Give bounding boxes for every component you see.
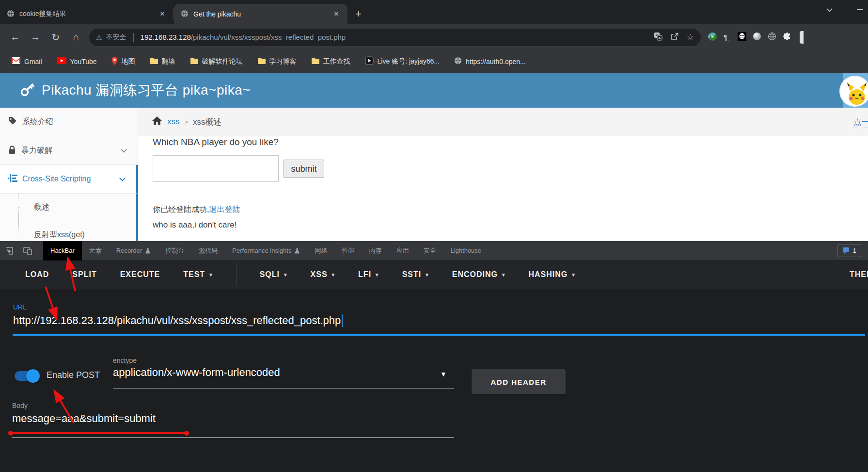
sidebar-subitem-overview[interactable]: 概述 (0, 194, 138, 221)
devtools-panel: HackBar 元素 Recorder 控制台 源代码 Performance … (0, 241, 868, 472)
sidebar-item-xss[interactable]: Cross-Site Scripting (0, 165, 138, 194)
back-button[interactable]: ← (5, 32, 25, 43)
bookmark-auth0[interactable]: https://auth0.open... (454, 57, 526, 66)
bookmark-folder-blog[interactable]: 学习博客 (257, 57, 297, 66)
bookmark-folder-fanqiang[interactable]: 翻墙 (150, 57, 175, 66)
devtools-tab-performance[interactable]: 性能 (334, 241, 362, 260)
devtools-tab-memory[interactable]: 内存 (362, 241, 389, 260)
inspect-element-icon[interactable] (0, 246, 18, 256)
devtools-tab-hackbar[interactable]: HackBar (43, 241, 82, 260)
devtools-tab-network[interactable]: 网络 (307, 241, 334, 260)
issues-counter[interactable]: 1 (837, 244, 861, 257)
close-icon[interactable]: × (158, 9, 167, 19)
devtools-tab-console[interactable]: 控制台 (158, 241, 191, 260)
flask-icon (294, 247, 300, 254)
globe-favicon-icon (181, 10, 189, 19)
enable-post-toggle[interactable] (15, 371, 38, 381)
body-field[interactable]: message=aaa&submit=submit (12, 412, 156, 425)
bookmark-youtube[interactable]: YouTube (57, 57, 97, 65)
result-text: who is aaa,i don't care! (153, 220, 237, 230)
bookmark-gmail[interactable]: Gmail (12, 57, 42, 65)
login-status-line: 你已经登陆成功,退出登陆 (153, 205, 240, 215)
url-text[interactable]: 192.168.23.128/pikachu/vul/xss/xsspost/x… (141, 33, 650, 41)
forward-button[interactable]: → (25, 32, 46, 43)
enctype-select[interactable]: application/x-www-form-urlencoded (113, 366, 280, 379)
caret-down-icon: ▾ (572, 272, 575, 278)
hackbar-hashing-menu[interactable]: HASHING▾ (528, 270, 575, 279)
extensions-puzzle-icon[interactable] (783, 32, 791, 43)
bookmark-star-icon[interactable]: ☆ (687, 32, 694, 42)
globe-grid-extension-icon[interactable] (768, 32, 776, 43)
sidebar-item-brute-force[interactable]: 暴力破解 (0, 136, 138, 165)
devtools-tab-elements[interactable]: 元素 (82, 241, 109, 260)
hackbar-ssti-menu[interactable]: SSTI▾ (402, 270, 429, 279)
hackbar-theme-menu[interactable]: THEME (850, 270, 868, 279)
sphere-extension-icon[interactable] (753, 32, 761, 43)
tab-pikachu[interactable]: Get the pikachu × (174, 4, 347, 24)
new-tab-button[interactable]: + (347, 4, 369, 24)
chevron-down-icon (119, 175, 126, 181)
sidebar-item-system-intro[interactable]: 系统介绍 (0, 108, 138, 136)
flask-icon (145, 247, 151, 254)
devtools-tab-recorder[interactable]: Recorder (109, 241, 158, 260)
hackbar-sqli-menu[interactable]: SQLI▾ (260, 270, 287, 279)
hackbar-lfi-menu[interactable]: LFI▾ (358, 270, 379, 279)
sidebar-nav: 系统介绍 暴力破解 Cross-Site Scripting 概述 反射型xss… (0, 108, 138, 241)
folder-icon (311, 57, 319, 65)
sidebar-item-label: 暴力破解 (21, 146, 117, 156)
devtools-tab-application[interactable]: 应用 (389, 241, 416, 260)
tab-label: 源代码 (199, 246, 218, 255)
menu-label: LOAD (25, 270, 49, 279)
url-host: 192.168.23.128 (141, 33, 191, 41)
pikachu-logo[interactable] (839, 76, 868, 107)
devtools-tab-lighthouse[interactable]: Lighthouse (443, 241, 489, 260)
tab-search-chevron-icon[interactable] (826, 6, 833, 12)
orange-arrow-glyph: → (725, 36, 731, 44)
globe-icon (454, 57, 462, 66)
device-toolbar-icon[interactable] (18, 246, 37, 256)
sidebar-item-label: Cross-Site Scripting (22, 175, 115, 183)
hackbar-load-button[interactable]: LOAD (25, 270, 49, 279)
hackbar-xss-menu[interactable]: XSS▾ (311, 270, 335, 279)
home-button[interactable]: ⌂ (66, 32, 86, 43)
hackbar-execute-button[interactable]: EXECUTE (120, 270, 160, 279)
devtools-tab-sources[interactable]: 源代码 (191, 241, 225, 260)
security-label[interactable]: 不安全 (106, 33, 126, 42)
pilcrow-extension-icon[interactable]: ¶→ (724, 33, 731, 41)
sidebar-subitem-label: 概述 (34, 202, 49, 212)
logout-link[interactable]: 退出登陆 (209, 205, 240, 213)
menu-label: SQLI (260, 270, 280, 279)
menu-label: TEST (183, 270, 205, 279)
tab-cookie-results[interactable]: cookie搜集结果 × (0, 4, 174, 24)
profile-avatar[interactable] (800, 31, 804, 44)
close-icon[interactable]: × (332, 9, 341, 19)
hackbar-test-menu[interactable]: TEST▾ (183, 270, 212, 279)
tab-strip: cookie搜集结果 × Get the pikachu × + (0, 0, 868, 24)
address-bar[interactable]: ⚠ 不安全 192.168.23.128/pikachu/vul/xss/xss… (89, 29, 701, 46)
share-icon[interactable] (670, 32, 679, 43)
minimize-icon[interactable] (857, 9, 863, 10)
idm-extension-icon[interactable] (708, 32, 717, 43)
bookmark-folder-forum[interactable]: 破解软件论坛 (190, 57, 243, 66)
devtools-tab-performance-insights[interactable]: Performance insights (225, 241, 307, 260)
add-header-button[interactable]: ADD HEADER (472, 369, 566, 394)
reload-button[interactable]: ↻ (46, 32, 66, 43)
bookmark-folder-jobs[interactable]: 工作查找 (311, 57, 350, 66)
url-field[interactable]: http://192.168.23.128/pikachu/vul/xss/xs… (13, 314, 343, 327)
message-input[interactable] (153, 155, 279, 182)
bookmark-maps[interactable]: 地图 (111, 57, 135, 66)
key-icon (20, 82, 35, 98)
url-path: /pikachu/vul/xss/xsspost/xss_reflected_p… (191, 33, 346, 41)
breadcrumb-link-xss[interactable]: xss (167, 117, 180, 127)
translate-icon[interactable] (654, 32, 663, 43)
omnibox-divider (133, 33, 134, 42)
hackbar-encoding-menu[interactable]: ENCODING▾ (452, 270, 505, 279)
question-text: Which NBA player do you like? (153, 137, 279, 147)
hackbar-split-button[interactable]: SPLIT (72, 270, 96, 279)
anonymous-mask-extension-icon[interactable] (738, 32, 746, 43)
devtools-tab-security[interactable]: 安全 (416, 241, 443, 260)
browser-toolbar: ← → ↻ ⌂ ⚠ 不安全 192.168.23.128/pikachu/vul… (0, 24, 868, 50)
bookmark-live-account[interactable]: Live 账号: jayjay66... (365, 56, 440, 66)
submit-button[interactable]: submit (284, 160, 324, 178)
hint-link[interactable]: 点一 (853, 116, 868, 128)
